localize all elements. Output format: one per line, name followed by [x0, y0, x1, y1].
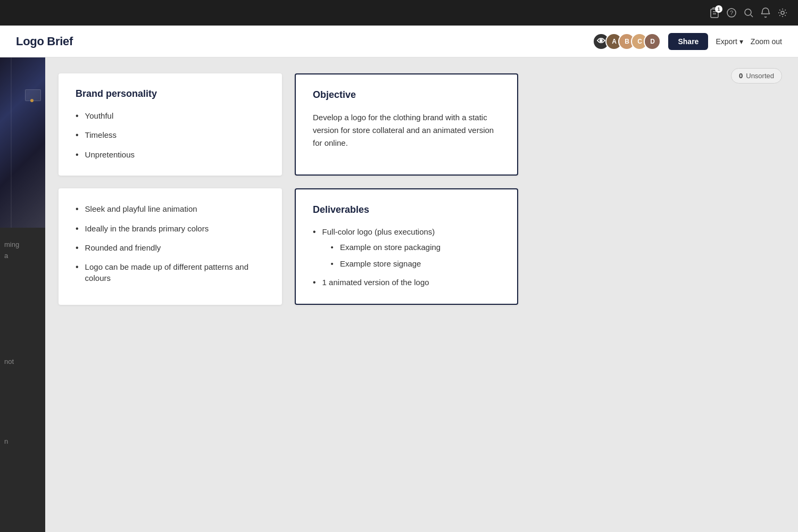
export-chevron-icon: ▾ — [739, 37, 743, 46]
settings-icon[interactable] — [778, 8, 787, 18]
clipboard-icon[interactable]: 1 — [710, 7, 719, 18]
jeans-image — [0, 57, 45, 228]
bell-icon[interactable] — [761, 7, 770, 18]
unsorted-label: Unsorted — [746, 72, 774, 80]
header-actions: 👁 A B C D Share Export ▾ Zoom out — [593, 33, 782, 50]
image-strip: ming a not n — [0, 57, 45, 532]
deliverables-list: Full-color logo (plus executions) Exampl… — [313, 226, 500, 288]
header-bar: Logo Brief 👁 A B C D Share Export ▾ Zoom… — [0, 26, 798, 57]
sublist-item: Example on store packaging — [331, 242, 441, 253]
svg-text:?: ? — [730, 10, 733, 16]
top-bar: 1 ? — [0, 0, 798, 26]
list-item: Rounded and friendly — [76, 242, 265, 254]
svg-point-5 — [745, 9, 751, 15]
brand-personality-title: Brand personality — [76, 88, 265, 99]
canvas-area: 0 Unsorted ming a not n Brand personalit… — [0, 57, 798, 532]
brand-personality-list: Youthful Timeless Unpretentious — [76, 110, 265, 161]
deliverables-title: Deliverables — [313, 204, 500, 215]
notification-badge: 1 — [715, 5, 722, 13]
deliverable-item-1: Full-color logo (plus executions) Exampl… — [313, 226, 500, 269]
svg-point-7 — [781, 11, 784, 14]
sublist-item: Example store signage — [331, 258, 441, 269]
share-button[interactable]: Share — [668, 33, 708, 50]
list-item: Unpretentious — [76, 149, 265, 161]
unsorted-badge[interactable]: 0 Unsorted — [731, 68, 782, 84]
objective-text: Develop a logo for the clothing brand wi… — [313, 111, 500, 149]
deliverables-card: Deliverables Full-color logo (plus execu… — [295, 188, 518, 304]
objective-title: Objective — [313, 89, 500, 101]
page-title: Logo Brief — [16, 35, 73, 48]
side-text: ming a — [0, 233, 23, 268]
deliverable-sublist-1: Example on store packaging Example store… — [331, 242, 441, 269]
brand-personality-card: Brand personality Youthful Timeless Unpr… — [59, 73, 282, 176]
animation-list: Sleek and playful line animation Ideally… — [76, 203, 265, 284]
search-icon[interactable] — [744, 8, 753, 18]
zoom-out-button[interactable]: Zoom out — [751, 37, 782, 46]
unsorted-count: 0 — [739, 72, 743, 80]
list-item: Youthful — [76, 110, 265, 122]
list-item: Sleek and playful line animation — [76, 203, 265, 215]
svg-line-6 — [751, 15, 753, 17]
list-item: Logo can be made up of different pattern… — [76, 261, 265, 284]
side-text-3: n — [0, 430, 12, 454]
animation-card: Sleek and playful line animation Ideally… — [59, 188, 282, 304]
avatar-4: D — [644, 33, 661, 50]
question-icon[interactable]: ? — [727, 8, 736, 18]
side-text-2: not — [0, 350, 18, 374]
objective-card: Objective Develop a logo for the clothin… — [295, 73, 518, 176]
export-button[interactable]: Export ▾ — [716, 37, 743, 46]
collaborator-avatars: 👁 A B C D — [593, 33, 661, 50]
cards-area: Brand personality Youthful Timeless Unpr… — [59, 73, 518, 305]
deliverable-item-2: 1 animated version of the logo — [313, 277, 500, 288]
list-item: Timeless — [76, 129, 265, 141]
list-item: Ideally in the brands primary colors — [76, 223, 265, 235]
